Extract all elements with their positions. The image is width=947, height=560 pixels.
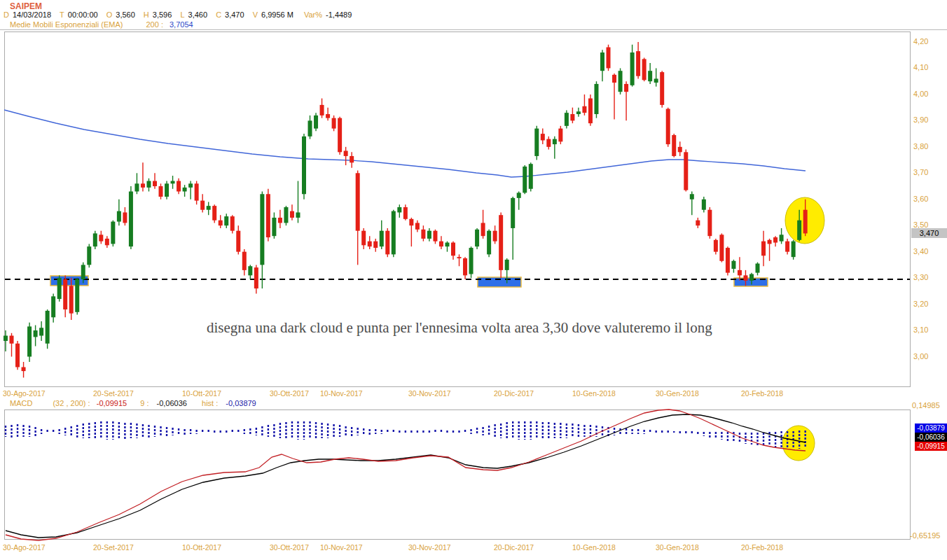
candle-up	[648, 71, 652, 81]
candle-up	[792, 241, 796, 257]
chart-canvas[interactable]	[0, 0, 947, 560]
candle-up	[630, 52, 635, 85]
chart-annotation-text: disegna una dark cloud e punta per l'enn…	[207, 319, 712, 337]
candle-down	[332, 118, 336, 129]
macd-hist-value: -0,03879	[226, 399, 256, 407]
candle-down	[368, 241, 372, 246]
candle-down	[373, 241, 378, 248]
candle-up	[188, 183, 193, 188]
price-axis-label: 4,10	[913, 63, 928, 71]
candle-down	[10, 336, 14, 344]
candle-up	[51, 296, 55, 317]
candle-up	[39, 328, 43, 335]
candle-up	[392, 211, 396, 255]
candle-down	[326, 114, 330, 118]
date-axis-label: 20-Set-2017	[93, 389, 134, 398]
candle-down	[200, 201, 205, 210]
candle-up	[654, 78, 658, 83]
date-axis-label: 20-Dic-2017	[494, 543, 534, 552]
candle-down	[588, 99, 593, 124]
date-axis-label: 30-Nov-2017	[408, 543, 451, 552]
candle-down	[421, 230, 425, 239]
candle-down	[236, 231, 240, 252]
candle-up	[165, 183, 169, 197]
candle-up	[93, 233, 97, 246]
candle-up	[46, 311, 50, 344]
candle-down	[607, 47, 611, 68]
candle-up	[511, 198, 515, 228]
candle-down	[696, 220, 700, 225]
macd-line	[6, 410, 806, 540]
macd-axis-max: 0,14985	[912, 401, 940, 410]
candle-down	[457, 257, 462, 258]
price-axis-label: 3,70	[913, 168, 928, 176]
candle-up	[523, 167, 527, 192]
candle-down	[242, 252, 247, 270]
candle-down	[266, 194, 270, 237]
candle-up	[780, 234, 784, 241]
price-axis-label: 4,20	[913, 37, 928, 46]
candle-up	[284, 207, 288, 223]
date-axis-label: 30-Nov-2017	[408, 389, 451, 398]
date-axis-label: 30-Ott-2017	[270, 389, 309, 398]
date-axis-label: 20-Feb-2018	[741, 389, 783, 398]
candle-down	[672, 135, 676, 156]
candle-up	[576, 111, 581, 114]
candle-down	[570, 114, 574, 120]
candle-down	[481, 223, 485, 236]
candle-down	[159, 186, 163, 197]
candle-up	[427, 231, 431, 239]
candle-down	[195, 183, 199, 200]
candle-down	[344, 150, 348, 155]
date-axis-label: 20-Feb-2018	[741, 543, 783, 552]
candle-up	[749, 274, 754, 281]
candle-up	[618, 71, 623, 92]
candle-down	[738, 270, 742, 275]
candle-up	[469, 248, 474, 274]
candle-up	[308, 120, 312, 136]
macd-line-value: -0,09915	[97, 399, 127, 407]
price-axis-label: 3,80	[913, 142, 928, 150]
candle-up	[505, 260, 509, 270]
date-axis-label: 30-Ago-2017	[3, 389, 46, 398]
candle-down	[761, 241, 766, 256]
candle-down	[99, 234, 103, 241]
candle-down	[493, 231, 497, 241]
candle-down	[743, 275, 747, 280]
candle-up	[27, 326, 32, 356]
date-axis-label: 30-Ott-2017	[270, 543, 309, 552]
macd-legend[interactable]: MACD (32 , 200) : -0,09915 9 : -0,06036 …	[10, 399, 256, 407]
candle-up	[731, 261, 735, 269]
candle-up	[129, 192, 133, 247]
last-price-value: 3,470	[920, 229, 939, 237]
price-axis-label: 3,30	[913, 273, 928, 281]
candle-up	[380, 231, 384, 246]
candle-down	[719, 234, 724, 260]
macd-name: MACD	[10, 399, 32, 407]
price-axis-label: 3,10	[913, 326, 928, 334]
candle-up	[183, 188, 187, 192]
candle-up	[260, 194, 264, 265]
price-axis-label: 4,00	[913, 90, 928, 98]
candle-down	[666, 109, 670, 145]
candle-up	[81, 265, 85, 279]
candle-down	[123, 212, 127, 223]
candle-up	[57, 278, 62, 299]
candle-up	[207, 206, 211, 210]
last-price-tag: 3,470	[911, 228, 947, 238]
candle-up	[75, 279, 79, 312]
candle-down	[439, 241, 443, 246]
candle-up	[397, 207, 401, 212]
candle-up	[34, 330, 38, 337]
candle-up	[4, 336, 8, 341]
candle-up	[302, 136, 306, 194]
candle-up	[553, 139, 557, 144]
candle-down	[105, 239, 109, 245]
candle-down	[230, 216, 235, 231]
macd-hist-label: hist :	[202, 399, 218, 407]
candle-down	[541, 134, 545, 140]
candle-down	[15, 344, 20, 368]
candle-down	[350, 156, 354, 162]
date-axis-label: 10-Nov-2017	[320, 389, 363, 398]
candle-up	[296, 212, 300, 217]
